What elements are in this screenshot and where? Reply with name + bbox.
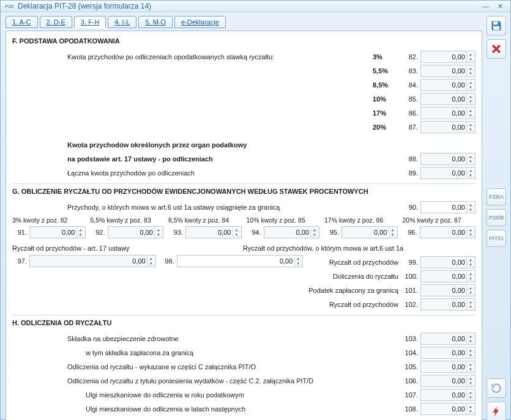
label-h-106: Odliczenia od ryczałtu z tytułu poniesie… [12,377,402,385]
field-96[interactable]: 0,00▲▼ [420,226,476,238]
field-88[interactable]: 0,00▲▼ [420,153,476,165]
field-93[interactable]: 0,00▲▼ [185,226,242,238]
rate-pct-87: 20% [373,123,402,131]
spin-up-icon[interactable]: ▲ [466,52,474,57]
field-102[interactable]: 0,00▲▼ [420,298,476,311]
field-num-82: 82. [402,53,420,61]
save-button[interactable] [487,16,506,35]
field-num-101: 101. [402,287,420,294]
label-h-107: Ulgi mieszkaniowe do odliczenia w roku p… [12,391,402,399]
g-header-1: 5,5% kwoty z poz. 83 [91,216,164,224]
app-icon: P28 [4,1,14,11]
field-99[interactable]: 0,00▲▼ [420,256,476,268]
tab-3-fh[interactable]: 3. F-H [74,16,106,28]
minimize-button[interactable]: — [479,1,492,12]
label-g-art6: Ryczałt od przychodów, o którym mowa w a… [243,245,476,252]
spin-down-icon[interactable]: ▼ [466,57,474,62]
field-101[interactable]: 0,00▲▼ [420,284,476,297]
side-toolbar: P28/A P28/B PIT/O [486,16,507,420]
field-82[interactable]: 0,00▲▼ [420,51,476,63]
g-header-5: 20% kwoty z poz. 87 [403,216,476,224]
refresh-icon [490,382,502,394]
field-num-88: 88. [402,155,420,163]
form-panel: F. PODSTAWA OPODATKOWANIA Kwota przychod… [6,31,482,420]
field-num-91: 91. [12,229,27,236]
label-g-102: Ryczałt od przychodów [307,301,402,308]
pito-button[interactable]: PIT/O [487,230,506,247]
field-94[interactable]: 0,00▲▼ [264,226,320,238]
p28a-button[interactable]: P28/A [487,188,506,205]
field-85[interactable]: 0,00▲▼ [420,93,476,105]
section-f-title: F. PODSTAWA OPODATKOWANIA [12,37,476,45]
field-100[interactable]: 0,00▲▼ [420,270,476,282]
tab-2-de[interactable]: 2. D-E [40,16,72,28]
tab-edeklaracje[interactable]: e-Deklaracje [174,16,226,28]
field-95[interactable]: 0,00▲▼ [341,226,398,238]
field-106[interactable]: 0,00▲▼ [420,375,476,387]
rate-pct-82: 3% [373,53,402,61]
field-num-94: 94. [247,229,261,236]
field-num-103: 103. [402,335,420,342]
label-f-intro: Kwota przychodów po odliczeniach opodatk… [12,53,373,61]
label-g-foreign: Przychody, o których mowa w art.6 ust 1a… [12,204,402,211]
field-num-96: 96. [403,229,417,236]
label-g-100: Doliczenia do ryczałtu [307,273,402,280]
refresh-button[interactable] [487,378,506,398]
label-g-99: Ryczałt od przychodów [307,259,402,266]
field-83[interactable]: 0,00▲▼ [420,65,476,77]
field-90[interactable]: 0,00▲▼ [420,201,476,213]
label-h-108: Ulgi mieszkaniowe do odliczenia w latach… [12,405,402,413]
rate-pct-85: 10% [373,95,402,103]
field-89[interactable]: 0,00▲▼ [420,167,476,179]
titlebar: P28 Deklaracja PIT-28 (wersja formularza… [1,1,510,12]
svg-rect-1 [493,26,499,30]
field-num-105: 105. [402,363,420,370]
field-num-87: 87. [402,123,420,131]
field-num-83: 83. [402,67,420,75]
section-h-title: H. ODLICZENIA OD RYCZAŁTU [12,319,476,326]
field-num-99: 99. [402,259,420,266]
tab-5-mo[interactable]: 5. M-O [138,16,173,28]
field-105[interactable]: 0,00▲▼ [420,361,476,373]
field-num-104: 104. [402,349,420,356]
window-title: Deklaracja PIT-28 (wersja formularza 14) [18,2,477,10]
g-header-4: 17% kwoty z poz. 86 [324,216,398,224]
field-87[interactable]: 0,00▲▼ [420,121,476,133]
close-button[interactable]: ✕ [493,1,507,12]
field-98[interactable]: 0,00▲▼ [177,255,304,267]
app-window: P28 Deklaracja PIT-28 (wersja formularza… [0,0,511,420]
tab-strip: 1. A-C 2. D-E 3. F-H 4. I-L 5. M-O e-Dek… [6,16,482,28]
label-h-103: Składka na ubezpieczenie zdrowotne [12,335,402,342]
label-g-art17: Ryczałt od przychodów - art. 17 ustawy [12,245,239,252]
field-num-108: 108. [402,405,420,413]
section-g-title: G. OBLICZENIE RYCZAŁTU OD PRZYCHODÓW EWI… [12,188,476,195]
field-84[interactable]: 0,00▲▼ [420,79,476,91]
field-num-90: 90. [402,204,420,211]
label-f-total: Łączna kwota przychodów po odliczeniach [12,169,402,177]
field-86[interactable]: 0,00▲▼ [420,107,476,119]
tab-1-ac[interactable]: 1. A-C [6,16,38,28]
field-num-89: 89. [402,169,420,177]
field-103[interactable]: 0,00▲▼ [420,333,476,345]
label-h-104: w tym składka zapłacona za granicą [12,349,402,356]
label-h-105: Odliczenia od ryczałtu - wykazane w częś… [12,363,402,370]
cancel-button[interactable] [487,39,506,59]
lightning-icon [490,405,502,418]
field-num-95: 95. [324,229,339,236]
field-104[interactable]: 0,00▲▼ [420,347,476,359]
field-num-86: 86. [402,109,420,117]
p28b-button[interactable]: P28/B [487,209,506,226]
x-icon [490,43,502,55]
field-92[interactable]: 0,00▲▼ [108,226,164,238]
field-108[interactable]: 0,00▲▼ [420,403,476,415]
rate-pct-86: 17% [373,109,402,117]
svg-rect-0 [493,21,498,24]
field-97[interactable]: 0,00▲▼ [29,255,156,267]
field-107[interactable]: 0,00▲▼ [420,389,476,401]
tab-4-il[interactable]: 4. I-L [108,16,136,28]
field-num-85: 85. [402,95,420,103]
g-header-0: 3% kwoty z poz. 82 [12,216,86,224]
field-91[interactable]: 0,00▲▼ [29,226,86,238]
lightning-button[interactable] [487,402,506,420]
g-header-2: 8,5% kwoty z poz. 84 [168,216,242,224]
